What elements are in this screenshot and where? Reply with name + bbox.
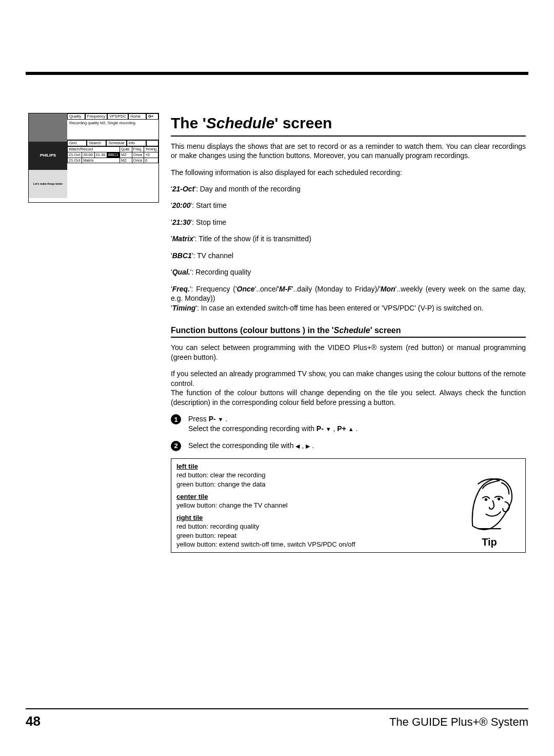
cell-start: 20:00 [82,152,94,158]
message-bar: Recording quality M2, Single recording [67,120,159,140]
tip-l2a: yellow button: change the TV channel [176,501,453,510]
top-rule [26,72,528,75]
step-2-text: Select the corresponding tile with ◀ , ▶… [188,441,526,451]
step-2-badge: 2 [171,441,181,451]
cell-date: 21-Oct [68,152,82,158]
intro-text: This menu displays the shows that are se… [171,142,526,161]
schedule-screen-mock: PHILIPS Let's make things better Quality… [28,113,159,203]
preview-image [29,113,67,142]
tip-l3a: red button: recording quality [176,522,453,531]
tab-info: Info [127,140,146,146]
tab-schedule: Schedule [106,140,126,146]
tab-vps-pdc: VPS/PDC [107,113,128,119]
svg-point-1 [498,498,500,499]
left-triangle-icon: ◀ [295,442,300,450]
tip-label: Tip [482,535,497,549]
tab-logo: G+ [146,113,159,119]
up-triangle-icon: ▲ [348,425,354,433]
cell-freq2: Once [132,158,144,163]
cell-freq: Once [132,152,144,158]
def-day: '21-Oct': Day and month of the recording [171,184,526,193]
schedule-table: Watch/Record Qual. Freq. Timing 21-Oct 2… [67,146,159,164]
tip-box: left tile red button: clear the recordin… [171,458,526,553]
def-qual: 'Qual.': Recording quality [171,267,526,277]
top-tabs: Quality Frequency VPS/PDC Home G+ [67,113,159,120]
tab-grid: Grid [67,140,87,146]
def-channel: 'BBC1': TV channel [171,251,526,260]
cell-timing2: 0 [144,158,159,163]
tip-l3b: green button: repeat [176,531,453,540]
page-footer: 48 The GUIDE Plus+® System [26,708,528,729]
def-stop: '21:30': Stop time [171,218,526,227]
brand-slogan: Let's make things better [29,170,67,198]
para4: The function of the colour buttons will … [171,388,526,407]
tab-home: Home [128,113,146,119]
cell-qual2: M2 [120,158,132,163]
tip-l3c: yellow button: extend switch-off time, s… [176,540,453,549]
tab-frequency: Frequency [85,113,107,119]
info-lead: The following information is also displa… [171,168,526,177]
cell-channel: BBC1 [107,152,120,158]
def-timing: 'Timing': In case an extended switch-off… [171,303,526,313]
cell-title2: Matrix [82,158,120,163]
system-name: The GUIDE Plus+® System [389,715,528,729]
subsection-title: Function buttons (colour buttons ) in th… [171,325,526,336]
para2: You can select between programming with … [171,343,526,362]
hdr-timing: Timing [144,146,159,152]
tab-quality: Quality [67,113,85,119]
mid-tabs: Grid Search Schedule Info [67,140,159,146]
tip-h1: left tile [176,462,198,470]
def-title: 'Matrix': Title of the show (if it is tr… [171,234,526,243]
def-freq: 'Freq.': Frequency ('Once'..once/'M-F'..… [171,284,526,303]
cell-date2: 21-Oct [68,158,82,163]
tip-l1a: red button: clear the recording [176,471,453,480]
step-1-text: Press P- ▼ . Select the corresponding re… [188,414,526,434]
tip-l1b: green button: change the data [176,480,453,489]
hdr-freq: Freq. [132,146,144,152]
cell-stop: 21:30 [94,152,107,158]
def-start: '20:00': Start time [171,201,526,210]
down-triangle-icon: ▼ [218,416,224,423]
tip-face-icon [461,473,518,534]
right-triangle-icon: ▶ [306,442,310,450]
step-1-badge: 1 [171,414,181,424]
brand-logo: PHILIPS [29,142,67,170]
tip-h2: center tile [176,493,208,500]
para3: If you selected an already programmed TV… [171,369,526,388]
down-triangle-icon: ▼ [326,425,331,433]
hdr-qual: Qual. [120,146,132,152]
cell-qual: M2 [120,152,132,158]
tip-h3: right tile [176,514,203,521]
section-title: The 'Schedule' screen [171,113,526,133]
page-number: 48 [26,713,41,729]
tab-search: Search [87,140,106,146]
watch-record-label: Watch/Record [68,146,120,152]
svg-point-0 [485,499,487,500]
cell-timing: +0 [144,152,159,158]
